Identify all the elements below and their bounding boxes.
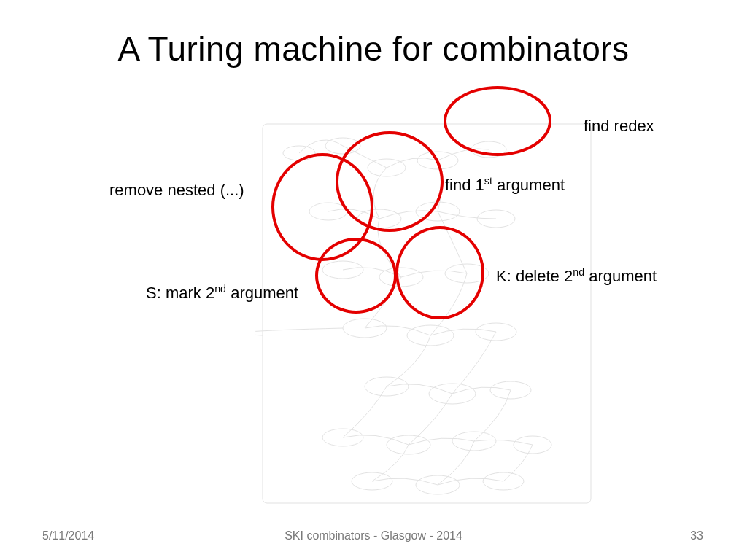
svg-point-20 [387, 435, 430, 454]
svg-point-24 [416, 475, 460, 494]
svg-point-22 [514, 436, 551, 454]
svg-point-25 [483, 472, 524, 490]
svg-point-6 [309, 203, 347, 220]
label-find-first-arg: find 1st argument [445, 175, 565, 195]
svg-point-10 [322, 261, 363, 279]
svg-point-17 [429, 384, 476, 404]
svg-point-9 [477, 210, 515, 228]
svg-point-16 [365, 377, 409, 396]
ring-s-mark [315, 238, 397, 314]
svg-point-12 [445, 264, 489, 283]
svg-point-19 [322, 429, 363, 446]
svg-point-5 [471, 141, 506, 158]
svg-point-1 [283, 146, 315, 160]
label-s-mark: S: mark 2nd argument [146, 283, 298, 303]
label-find-redex: find redex [584, 117, 654, 136]
svg-point-8 [416, 202, 460, 221]
svg-point-11 [379, 268, 423, 287]
slide-title: A Turing machine for combinators [0, 29, 747, 69]
svg-point-18 [490, 381, 531, 399]
svg-point-14 [407, 325, 454, 346]
svg-point-23 [352, 472, 392, 490]
svg-point-13 [343, 319, 387, 338]
svg-point-15 [476, 323, 516, 341]
ring-k-delete [395, 226, 484, 319]
ring-remove-nested [271, 153, 374, 261]
svg-point-4 [417, 152, 458, 169]
state-graph-backdrop [255, 102, 620, 510]
svg-point-2 [325, 138, 360, 154]
label-remove-nested: remove nested (...) [109, 181, 244, 200]
footer-page: 33 [690, 529, 703, 542]
svg-point-21 [452, 432, 496, 451]
label-k-delete: K: delete 2nd argument [496, 266, 657, 286]
svg-point-3 [368, 159, 406, 176]
ring-find-redex [444, 86, 551, 156]
svg-point-7 [357, 209, 401, 228]
ring-find-first-arg [336, 131, 444, 232]
footer-center: SKI combinators - Glasgow - 2014 [0, 529, 747, 542]
